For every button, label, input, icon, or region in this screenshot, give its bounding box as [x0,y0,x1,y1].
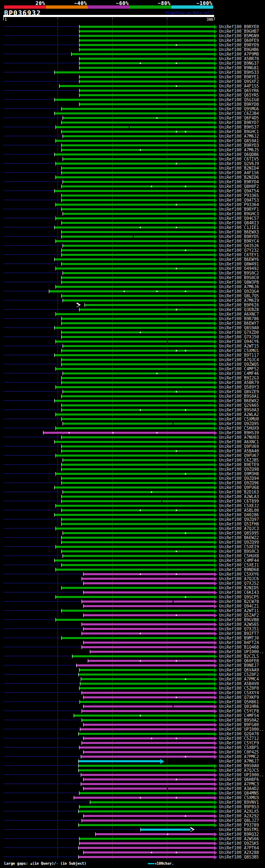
hit-row[interactable]: UniRef100_Q40286 [0,513,265,517]
hit-label[interactable]: UniRef100_C5YCF8 [219,709,259,713]
hit-row[interactable]: UniRef100_B9RYD4 [0,180,265,184]
alignment-bar[interactable] [56,240,214,242]
hit-row[interactable]: UniRef100_Q6VAA9 [0,668,265,672]
alignment-bar[interactable] [56,427,214,429]
hit-row[interactable]: UniRef100_Q9SMG6 [0,107,265,111]
hit-label[interactable]: UniRef100_O49492 [219,266,259,271]
hit-label[interactable]: UniRef100_Q7XZD0 [219,330,259,335]
hit-label[interactable]: UniRef100_B2NID5 [219,586,259,590]
hit-row[interactable]: UniRef100_A7P9M8 [0,52,265,56]
hit-row[interactable]: UniRef100_Q589Y3 [0,385,265,389]
alignment-bar[interactable] [63,372,214,374]
alignment-bar[interactable] [82,601,214,603]
hit-row[interactable]: UniRef100_Q9M3H8 [0,472,265,476]
hit-label[interactable]: UniRef100_C6ZJB5 [219,458,259,462]
hit-label[interactable]: UniRef100_B9RYC4 [219,239,259,243]
alignment-bar[interactable] [62,418,214,420]
alignment-bar[interactable] [62,359,214,361]
alignment-bar[interactable] [80,701,214,703]
alignment-bar[interactable] [63,213,214,215]
alignment-bar[interactable] [141,829,190,831]
alignment-bar[interactable] [80,103,214,105]
alignment-bar[interactable] [62,409,214,411]
alignment-bar[interactable] [62,404,214,406]
hit-label[interactable]: UniRef100_C0P425 [219,750,259,754]
alignment-bar[interactable] [63,117,214,119]
alignment-bar[interactable] [56,204,214,206]
hit-label[interactable]: UniRef100_A4F1S5 [219,84,259,88]
hit-label[interactable]: UniRef100_Q9ZQ97 [219,517,259,522]
hit-row[interactable]: UniRef100_Q9ZQ94 [0,476,265,481]
hit-label[interactable]: UniRef100_Q8S9A1 [219,139,259,143]
hit-label[interactable]: UniRef100_Q84RI3 [219,221,259,225]
alignment-bar[interactable] [55,153,214,156]
hit-label[interactable]: UniRef100_C4MF52 [219,367,259,371]
hit-label[interactable]: UniRef100_B9HS39 [219,430,259,435]
hit-row[interactable]: UniRef100_A2WT15 [0,344,265,348]
hit-row[interactable]: UniRef100_C5YCF8 [0,709,265,713]
hit-row[interactable]: UniRef100_O49492 [0,266,265,271]
hit-label[interactable]: UniRef100_A7QJC5 [219,768,259,773]
alignment-bar[interactable] [62,500,214,502]
alignment-bar[interactable] [62,509,214,511]
alignment-bar[interactable] [72,655,214,657]
hit-label[interactable]: UniRef100_B9P6I6 [219,303,259,307]
alignment-bar[interactable] [56,505,214,507]
hit-label[interactable]: UniRef100_Q94CY6 [219,339,259,344]
alignment-bar[interactable] [62,172,214,174]
hit-row[interactable]: UniRef100_Q9SCP5 [0,595,265,599]
hit-row[interactable]: UniRef100_A7QJC4 [0,357,265,362]
hit-row[interactable]: UniRef100_B2CZL5 [0,654,265,659]
hit-label[interactable]: UniRef100_Q40286 [219,513,259,517]
alignment-bar[interactable] [62,208,214,210]
hit-row[interactable]: UniRef100_B9S0C2 [0,271,265,275]
hit-row[interactable]: UniRef100_Q94C57 [0,216,265,221]
alignment-bar[interactable] [82,710,214,712]
hit-row[interactable]: UniRef100_C1JIE1 [0,225,265,230]
alignment-bar[interactable] [80,792,214,794]
hit-row[interactable]: UniRef100_B9FBS3 [0,805,265,809]
alignment-bar[interactable] [56,596,214,598]
hit-label[interactable]: UniRef100_Q8LJZ7 [219,818,259,823]
alignment-bar[interactable] [63,135,214,137]
hit-label[interactable]: UniRef100_A2WT11 [219,608,259,613]
hit-row[interactable]: UniRef100_B9RQ32 [0,832,265,836]
alignment-bar[interactable] [82,719,214,721]
hit-row[interactable]: UniRef100_A7PMC3 [0,782,265,786]
hit-row[interactable]: UniRef100_B9VNV1 [0,800,265,805]
hit-row[interactable]: UniRef100_A5B4V0 [0,681,265,686]
hit-row[interactable]: UniRef100_B9S0A1 [0,394,265,399]
hit-label[interactable]: UniRef100_Q9ZWQ5 [219,362,259,367]
alignment-bar[interactable] [55,400,214,402]
hit-row[interactable]: UniRef100_Q7XJ50 [0,335,265,339]
hit-row[interactable]: UniRef100_B1Q468 [0,645,265,649]
hit-label[interactable]: UniRef100_B4FTZ4 [219,640,259,645]
hit-row[interactable]: UniRef100_A4F1S6 [0,170,265,175]
alignment-bar[interactable] [82,646,214,648]
hit-row[interactable]: UniRef100_Q2V6J9 [0,161,265,166]
hit-row[interactable]: UniRef100_A2WT11 [0,608,265,613]
alignment-bar[interactable] [82,692,214,694]
alignment-bar[interactable] [56,368,214,370]
alignment-bar[interactable] [55,327,214,329]
alignment-bar[interactable] [84,628,214,630]
hit-label[interactable]: UniRef100_B9ND68 [219,567,259,572]
alignment-bar[interactable] [72,53,214,55]
alignment-bar[interactable] [79,810,214,812]
alignment-bar[interactable] [56,386,214,388]
hit-label[interactable]: UniRef100_B9STM1 [219,827,259,832]
alignment-bar[interactable] [84,751,214,753]
hit-row[interactable]: UniRef100_A7PMC2 [0,754,265,759]
hit-label[interactable]: UniRef100_Q65YR5 [219,93,259,97]
hit-label[interactable]: UniRef100_Q9ZQ98 [219,467,259,472]
hit-label[interactable]: UniRef100_Q9M3H8 [219,472,259,476]
alignment-bar[interactable] [62,331,214,333]
hit-label[interactable]: UniRef100_B9NG81 [219,66,259,70]
hit-row[interactable]: UniRef100_C5Z0F0 [0,686,265,691]
alignment-bar[interactable] [56,473,214,475]
alignment-bar[interactable] [80,309,214,311]
alignment-bar[interactable] [55,226,214,229]
hit-row[interactable]: UniRef100_B9S0C0 [0,275,265,280]
alignment-bar[interactable] [81,756,214,758]
alignment-bar[interactable] [82,742,214,744]
